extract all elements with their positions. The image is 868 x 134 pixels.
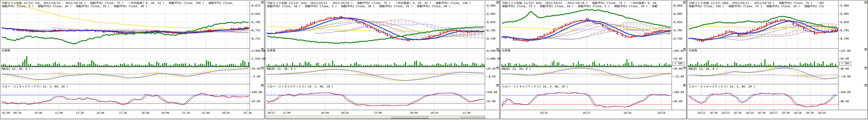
time-tick bbox=[38, 110, 38, 111]
price-tick-label: 8,795 bbox=[840, 29, 849, 32]
time-tick bbox=[810, 110, 810, 111]
time-tick bbox=[345, 110, 345, 111]
chevron-down-icon bbox=[683, 49, 685, 51]
time-tick bbox=[206, 110, 206, 111]
volume-tick-label: 50.00 bbox=[840, 57, 849, 60]
section-dropdown-button[interactable] bbox=[260, 1, 264, 4]
price-tick-label: 8,905 bbox=[840, 12, 849, 16]
volume-section-label: 出来高 bbox=[267, 49, 275, 52]
horizontal-scrollbar[interactable] bbox=[266, 115, 485, 119]
chart-window-30min: 日経２２５先物 11/12( 30分, 2011/10/11 - 2011/10… bbox=[500, 0, 687, 119]
time-tick bbox=[762, 110, 762, 111]
section-dropdown-button[interactable] bbox=[496, 84, 499, 87]
price-axis[interactable]: 8,8758,8358,7958,7558,7153,900.001,550.0… bbox=[250, 1, 264, 110]
chevron-down-icon bbox=[261, 67, 263, 69]
price-tick-label: 8,905 bbox=[674, 12, 682, 16]
trading-app-workspace: 日経２２５先物 11/12( 5分, 2011/10/15 - 2011/10/… bbox=[0, 0, 868, 134]
time-tick-label: 22:40 bbox=[202, 111, 210, 114]
chart-header: 日経２２５先物 11/12( 15分, 2011/10/11 - 2011/10… bbox=[267, 1, 470, 8]
section-dropdown-button[interactable] bbox=[496, 1, 499, 4]
chart-indicator-line2: 移動平均( Close, 5 ) 移動平均( Close, 20 ) 移動平均(… bbox=[2, 5, 235, 8]
time-tick bbox=[145, 110, 146, 111]
chevron-down-icon bbox=[261, 84, 263, 86]
section-dropdown-button[interactable] bbox=[864, 48, 867, 51]
price-tick-label: 8,715 bbox=[252, 37, 260, 41]
macd-tick-label: -8.50 bbox=[487, 75, 495, 78]
time-tick-label: 20:00 bbox=[321, 111, 329, 114]
macd-tick-label: 30.00 bbox=[674, 67, 682, 71]
macd-tick-label: 40.00 bbox=[840, 67, 849, 71]
section-dropdown-button[interactable] bbox=[682, 66, 686, 69]
chevron-down-icon bbox=[683, 67, 685, 69]
chevron-down-icon bbox=[261, 49, 263, 51]
section-dropdown-button[interactable] bbox=[260, 48, 264, 51]
time-tick-label: 18:40 bbox=[142, 111, 149, 114]
time-axis: 10/1216:3010/1316:3010/1416:3010/1716:30… bbox=[688, 110, 867, 116]
section-dropdown-button[interactable] bbox=[260, 84, 264, 87]
section-dropdown-button[interactable] bbox=[260, 66, 264, 69]
chart-title-line1: 日経２２５先物 11/12( 5分, 2011/10/15 - 2011/10/… bbox=[2, 1, 235, 5]
price-axis[interactable]: × 100 8,9608,9058,8508,7958,740135.0050.… bbox=[839, 1, 867, 110]
time-tick-label: 10/18 bbox=[794, 111, 802, 114]
time-tick bbox=[248, 110, 248, 111]
price-axis[interactable]: × 100 8,9608,9058,8508,7958,740105.0035.… bbox=[672, 1, 686, 110]
chevron-down-icon bbox=[865, 84, 866, 86]
time-tick-label: 16:30 bbox=[758, 111, 766, 114]
chart-plot-area[interactable]: 日経２２５先物 11/12( 5分, 2011/10/15 - 2011/10/… bbox=[1, 1, 250, 110]
section-dropdown-button[interactable] bbox=[864, 1, 867, 4]
stoch-tick-label: 100.00 bbox=[252, 90, 262, 94]
time-tick-label: 02:40 bbox=[2, 111, 10, 114]
section-dropdown-button[interactable] bbox=[864, 66, 867, 69]
volume-tick-label: 135.00 bbox=[840, 49, 850, 53]
price-tick-label: 8,960 bbox=[487, 4, 495, 7]
volume-section-label: 出来高 bbox=[502, 49, 510, 52]
chart-canvas[interactable] bbox=[501, 1, 672, 110]
section-dropdown-button[interactable] bbox=[682, 1, 686, 4]
time-tick-label: 10/14 bbox=[746, 111, 753, 114]
time-tick-label: 10/19 bbox=[818, 111, 826, 114]
chart-plot-area[interactable]: 日経２２５先物 11/12( 15分, 2011/10/11 - 2011/10… bbox=[266, 1, 485, 110]
section-dropdown-button[interactable] bbox=[864, 84, 867, 87]
macd-tick-label: -5.00 bbox=[252, 75, 260, 78]
chart-canvas[interactable] bbox=[266, 1, 485, 110]
chart-plot-area[interactable]: 日経２２５先物 11/12( 60分, 2011/10/11 - 2011/10… bbox=[688, 1, 838, 110]
section-dropdown-button[interactable] bbox=[682, 84, 686, 87]
chart-title-line1: 日経２２５先物 11/12( 30分, 2011/10/11 - 2011/10… bbox=[502, 1, 657, 5]
time-tick-label: 12:00 bbox=[283, 111, 290, 114]
chart-header: 日経２２５先物 11/12( 30分, 2011/10/11 - 2011/10… bbox=[502, 1, 657, 8]
time-tick-label: 10:40 bbox=[34, 111, 42, 114]
price-tick-label: 8,875 bbox=[252, 4, 260, 7]
stoch-tick-label: 100.00 bbox=[674, 90, 684, 94]
scrollbar-thumb[interactable] bbox=[391, 116, 428, 118]
section-dropdown-button[interactable] bbox=[682, 48, 686, 51]
section-dropdown-button[interactable] bbox=[496, 48, 499, 51]
scrollbar-buttons[interactable] bbox=[459, 116, 485, 118]
time-tick bbox=[798, 110, 798, 111]
price-axis[interactable]: 8,9608,9058,8508,7958,7408,500.003,000.0… bbox=[486, 1, 499, 110]
stoch-tick-label: 40.00 bbox=[840, 100, 849, 103]
time-axis: 10/1410/1710/1810/19 bbox=[501, 110, 686, 116]
price-tick-label: 8,835 bbox=[252, 12, 260, 16]
time-tick-label: 10/12 bbox=[698, 111, 705, 114]
chart-canvas[interactable] bbox=[1, 1, 250, 110]
chart-plot-area[interactable]: 日経２２５先物 11/12( 30分, 2011/10/11 - 2011/10… bbox=[501, 1, 672, 110]
time-tick bbox=[414, 110, 414, 111]
time-tick bbox=[661, 110, 662, 111]
macd-tick-label: -15.00 bbox=[674, 75, 684, 78]
section-dropdown-button[interactable] bbox=[496, 66, 499, 69]
time-tick-label: 14:40 bbox=[96, 111, 104, 114]
time-tick-label: 10/17 bbox=[267, 111, 275, 114]
chevron-down-icon bbox=[683, 84, 685, 86]
time-tick-label: 10/17 bbox=[583, 111, 590, 114]
price-tick-label: 8,850 bbox=[487, 21, 495, 24]
macd-section-label: MACD( 12, 26, 9 ) bbox=[502, 67, 531, 71]
price-tick-label: 8,960 bbox=[674, 4, 682, 7]
chart-header: 日経２２５先物 11/12( 60分, 2011/10/11 - 2011/10… bbox=[689, 1, 824, 8]
chevron-down-icon bbox=[497, 2, 498, 3]
macd-tick-label: 10.00 bbox=[252, 67, 260, 71]
price-tick-label: 8,850 bbox=[674, 21, 682, 24]
price-tick-label: 8,740 bbox=[674, 37, 682, 41]
time-tick-label: 12:00 bbox=[374, 111, 382, 114]
chart-canvas[interactable] bbox=[688, 1, 838, 110]
time-tick-label: 16:30 bbox=[782, 111, 789, 114]
